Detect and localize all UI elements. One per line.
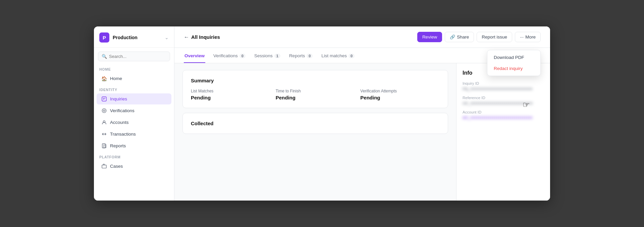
accounts-icon bbox=[101, 120, 107, 125]
tab-sessions-badge: 1 bbox=[274, 54, 280, 58]
svg-rect-2 bbox=[103, 99, 105, 99]
collected-card: Collected bbox=[182, 113, 448, 134]
tab-list-matches-badge: 0 bbox=[348, 54, 355, 58]
search-icon: 🔍 bbox=[102, 54, 107, 59]
sidebar-item-home[interactable]: 🏠 Home bbox=[97, 73, 171, 84]
summary-verification-attempts-value: Pending bbox=[360, 95, 440, 100]
tab-sessions[interactable]: Sessions 1 bbox=[254, 49, 281, 63]
info-field-inquiry-id: Inquiry ID inq_xxxxxxxxxxxxxxxxxxxxxxxxx… bbox=[463, 81, 544, 91]
summary-item-time-to-finish: Time to Finish Pending bbox=[276, 89, 355, 100]
sidebar-section-identity-label: IDENTITY bbox=[94, 84, 174, 93]
account-id-value[interactable]: act_xxxxxxxxxxxxxxxxxxxxxxxxxxxxxxx bbox=[463, 115, 544, 120]
summary-item-list-matches: List Matches Pending bbox=[191, 89, 270, 100]
tab-verifications-label: Verifications bbox=[213, 53, 238, 58]
collected-card-title: Collected bbox=[191, 121, 440, 126]
tab-overview-label: Overview bbox=[184, 53, 205, 58]
main-header: ← All Inquiries Review 🔗 Share Report is… bbox=[174, 26, 550, 48]
sidebar-section-platform-label: PLATFORM bbox=[94, 152, 174, 160]
home-icon: 🏠 bbox=[101, 76, 107, 81]
sidebar-workspace-name: Production bbox=[113, 35, 161, 40]
tab-overview[interactable]: Overview bbox=[184, 49, 205, 63]
summary-item-verification-attempts: Verification Attempts Pending bbox=[360, 89, 440, 100]
info-field-account-id: Account ID act_xxxxxxxxxxxxxxxxxxxxxxxxx… bbox=[463, 110, 544, 120]
cases-icon bbox=[101, 163, 107, 169]
more-button[interactable]: ··· More bbox=[515, 32, 541, 42]
search-input[interactable] bbox=[109, 54, 166, 59]
sidebar-cases-label: Cases bbox=[110, 164, 123, 169]
tab-reports-label: Reports bbox=[289, 53, 305, 58]
summary-time-to-finish-label: Time to Finish bbox=[276, 89, 355, 93]
back-link-label: All Inquiries bbox=[191, 34, 220, 40]
link-icon: 🔗 bbox=[450, 34, 455, 40]
tab-sessions-label: Sessions bbox=[254, 53, 273, 58]
sidebar-reports-label: Reports bbox=[110, 143, 126, 148]
download-pdf-label: Download PDF bbox=[494, 55, 524, 60]
svg-point-4 bbox=[103, 110, 105, 111]
sidebar-logo: P bbox=[99, 32, 109, 43]
summary-verification-attempts-label: Verification Attempts bbox=[360, 89, 440, 93]
sidebar-accounts-label: Accounts bbox=[110, 120, 129, 125]
main-content: ← All Inquiries Review 🔗 Share Report is… bbox=[174, 26, 550, 201]
account-id-label: Account ID bbox=[463, 110, 544, 114]
sidebar-item-transactions[interactable]: Transactions bbox=[97, 129, 171, 140]
summary-time-to-finish-value: Pending bbox=[276, 95, 355, 100]
tab-verifications[interactable]: Verifications 0 bbox=[213, 49, 246, 63]
svg-rect-7 bbox=[102, 165, 106, 168]
info-field-reference-id: Reference ID usr_xxxxxxxxxxxxxxxxxxxxxxx… bbox=[463, 96, 544, 105]
sidebar-item-accounts[interactable]: Accounts bbox=[97, 117, 171, 128]
review-button[interactable]: Review bbox=[417, 32, 442, 42]
more-button-label: More bbox=[525, 34, 536, 40]
tab-reports-badge: 0 bbox=[307, 54, 313, 58]
tab-list-matches[interactable]: List matches 0 bbox=[321, 49, 355, 63]
info-panel: Info Inquiry ID inq_xxxxxxxxxxxxxxxxxxxx… bbox=[456, 63, 550, 201]
share-button[interactable]: 🔗 Share bbox=[445, 32, 474, 42]
back-link[interactable]: ← All Inquiries bbox=[184, 34, 220, 40]
dropdown-item-redact-inquiry[interactable]: Redact inquiry bbox=[489, 63, 539, 74]
svg-point-3 bbox=[102, 108, 106, 112]
share-button-label: Share bbox=[457, 34, 469, 40]
content-area: Summary List Matches Pending Time to Fin… bbox=[174, 63, 456, 201]
reference-id-value: usr_xxxxxxxxxxxxxxxxxxxxxxxxxxxxxxx bbox=[463, 101, 544, 105]
report-issue-button[interactable]: Report issue bbox=[477, 32, 512, 42]
sidebar-header[interactable]: P Production ⌄ bbox=[94, 26, 174, 48]
back-arrow-icon: ← bbox=[184, 34, 189, 40]
svg-point-5 bbox=[103, 121, 105, 123]
sidebar-section-home-label: HOME bbox=[94, 64, 174, 73]
transactions-icon bbox=[101, 131, 107, 137]
tab-reports[interactable]: Reports 0 bbox=[288, 49, 313, 63]
sidebar-item-reports[interactable]: Reports bbox=[97, 140, 171, 151]
dropdown-menu: Download PDF Redact inquiry bbox=[487, 50, 541, 76]
sidebar-item-inquiries[interactable]: Inquiries bbox=[97, 93, 171, 104]
summary-list-matches-value: Pending bbox=[191, 95, 270, 100]
summary-card-title: Summary bbox=[191, 78, 440, 83]
sidebar-verifications-label: Verifications bbox=[110, 108, 135, 113]
header-actions: Review 🔗 Share Report issue ··· More bbox=[417, 32, 541, 42]
verifications-icon bbox=[101, 108, 107, 114]
sidebar: P Production ⌄ 🔍 HOME 🏠 Home IDENTITY In… bbox=[94, 26, 174, 201]
chevron-icon: ⌄ bbox=[165, 35, 169, 40]
svg-rect-1 bbox=[103, 98, 106, 98]
inquiry-id-value: inq_xxxxxxxxxxxxxxxxxxxxxxxxxxxxxxx bbox=[463, 86, 544, 91]
sidebar-search-box[interactable]: 🔍 bbox=[98, 52, 170, 61]
sidebar-transactions-label: Transactions bbox=[110, 132, 136, 137]
summary-card: Summary List Matches Pending Time to Fin… bbox=[182, 70, 448, 108]
sidebar-home-label: Home bbox=[110, 76, 122, 81]
inquiries-icon bbox=[101, 96, 107, 102]
dropdown-item-download-pdf[interactable]: Download PDF bbox=[489, 52, 539, 63]
app-window: P Production ⌄ 🔍 HOME 🏠 Home IDENTITY In… bbox=[94, 26, 550, 201]
review-button-label: Review bbox=[422, 34, 437, 40]
summary-list-matches-label: List Matches bbox=[191, 89, 270, 93]
sidebar-item-cases[interactable]: Cases bbox=[97, 161, 171, 172]
report-issue-button-label: Report issue bbox=[482, 34, 507, 40]
body-split: Summary List Matches Pending Time to Fin… bbox=[174, 63, 550, 201]
redact-inquiry-label: Redact inquiry bbox=[494, 66, 523, 71]
summary-grid: List Matches Pending Time to Finish Pend… bbox=[191, 89, 440, 100]
sidebar-inquiries-label: Inquiries bbox=[110, 96, 127, 101]
sidebar-item-verifications[interactable]: Verifications bbox=[97, 105, 171, 116]
more-dots-icon: ··· bbox=[520, 34, 524, 40]
reports-icon bbox=[101, 143, 107, 149]
tab-verifications-badge: 0 bbox=[239, 54, 246, 58]
tab-list-matches-label: List matches bbox=[321, 53, 347, 58]
inquiry-id-label: Inquiry ID bbox=[463, 81, 544, 85]
reference-id-label: Reference ID bbox=[463, 96, 544, 100]
